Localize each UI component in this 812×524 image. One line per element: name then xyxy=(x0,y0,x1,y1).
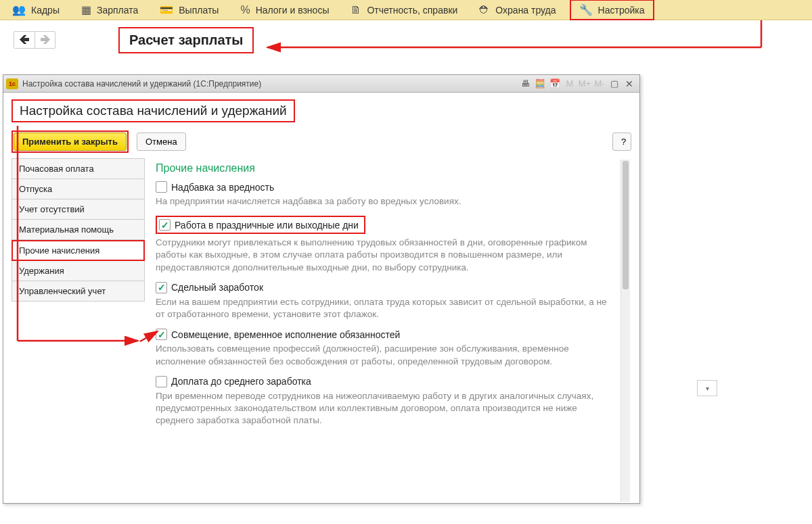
window-title: Настройка состава начислений и удержаний… xyxy=(22,79,261,89)
close-button[interactable]: ✕ xyxy=(622,77,637,91)
helmet-icon: ⛑ xyxy=(479,4,490,16)
option-nadbavka-vrednost: Надбавка за вредность На предприятии нач… xyxy=(156,181,615,208)
option-label: Сдельный заработок xyxy=(171,282,263,293)
side-tool-widget[interactable]: ▾ xyxy=(697,380,717,396)
option-label: Работа в праздничные или выходные дни xyxy=(175,220,359,231)
checkbox-nadbavka[interactable] xyxy=(156,181,167,193)
nav-vyplaty[interactable]: 💳 Выплаты xyxy=(152,1,227,19)
people-icon: 👥 xyxy=(12,3,26,16)
option-label: Надбавка за вредность xyxy=(171,182,274,193)
option-description: Использовать совмещение профессий (должн… xyxy=(156,343,615,367)
apply-close-button[interactable]: Применить и закрыть xyxy=(14,133,127,151)
calendar-icon[interactable]: 📅 xyxy=(547,77,562,91)
nav-nastroika[interactable]: 🔧 Настройка xyxy=(570,0,654,20)
top-navigation: 👥 Кадры ▦ Зарплата 💳 Выплаты % Налоги и … xyxy=(0,0,812,20)
tab-upravlencheskiy[interactable]: Управленческий учет xyxy=(12,281,145,302)
nav-forward-button[interactable]: 🡺 xyxy=(35,32,55,48)
scrollbar-thumb[interactable] xyxy=(623,161,629,289)
nav-label: Настройка xyxy=(598,5,645,16)
settings-window: 1c Настройка состава начислений и удержа… xyxy=(3,74,640,504)
calc-icon[interactable]: 🧮 xyxy=(533,77,547,91)
vertical-scrollbar[interactable] xyxy=(621,160,630,502)
minimize-button[interactable]: ▢ xyxy=(607,77,622,91)
nav-back-button[interactable]: 🡸 xyxy=(14,32,35,48)
tab-uchet-otsutstviy[interactable]: Учет отсутствий xyxy=(12,199,145,220)
nav-label: Налоги и взносы xyxy=(256,5,330,16)
percent-icon: % xyxy=(240,4,250,16)
cancel-button[interactable]: Отмена xyxy=(137,133,186,151)
tab-material-pomosh[interactable]: Материальная помощь xyxy=(12,220,145,240)
calc-salary-heading: Расчет зарплаты xyxy=(118,27,254,53)
apply-button-highlight: Применить и закрыть xyxy=(12,130,129,153)
option-sdelnaya: ✓ Сдельный заработок Если на вашем предп… xyxy=(156,282,615,320)
tab-prochie-nachislenia[interactable]: Прочие начисления xyxy=(12,240,145,261)
grid-icon: ▦ xyxy=(81,3,91,16)
side-tabs: Почасовая оплата Отпуска Учет отсутствий… xyxy=(12,158,145,503)
option-label: Доплата до среднего заработка xyxy=(171,376,311,387)
tab-otpuska[interactable]: Отпуска xyxy=(12,179,145,199)
tab-pochasovaya[interactable]: Почасовая оплата xyxy=(12,159,145,179)
checkbox-doplata[interactable] xyxy=(156,376,167,387)
nav-nalogi[interactable]: % Налоги и взносы xyxy=(232,1,337,19)
nav-arrows-row: 🡸 🡺 Расчет зарплаты xyxy=(0,20,812,54)
memory-m: M xyxy=(562,77,577,91)
nav-label: Выплаты xyxy=(179,5,219,16)
nav-label: Зарплата xyxy=(97,5,138,16)
nav-label: Отчетность, справки xyxy=(367,5,457,16)
highlight-holiday-option: ✓ Работа в праздничные или выходные дни xyxy=(156,216,365,234)
option-doplata-srednego: Доплата до среднего заработка При времен… xyxy=(156,376,615,427)
wrench-icon: 🔧 xyxy=(579,3,593,16)
memory-m-minus: M- xyxy=(592,77,607,91)
button-row: Применить и закрыть Отмена ? xyxy=(12,130,631,153)
option-sovmeshenie: ✓ Совмещение, временное исполнение обяза… xyxy=(156,329,615,367)
nav-kadry[interactable]: 👥 Кадры xyxy=(4,1,68,19)
option-label: Совмещение, временное исполнение обязанн… xyxy=(171,329,400,340)
option-description: Если на вашем предприятии есть сотрудник… xyxy=(156,296,615,320)
document-icon: 🗎 xyxy=(351,4,361,16)
nav-ohrana[interactable]: ⛑ Охрана труда xyxy=(471,1,564,19)
option-description: При временном переводе сотрудников на ни… xyxy=(156,390,615,427)
checkbox-sdelnaya[interactable]: ✓ xyxy=(156,282,167,293)
checkbox-sovmeshenie[interactable]: ✓ xyxy=(156,329,167,340)
titlebar: 1c Настройка состава начислений и удержа… xyxy=(3,75,639,93)
memory-m-plus: M+ xyxy=(577,77,592,91)
app-icon: 1c xyxy=(6,78,18,89)
nav-label: Кадры xyxy=(31,5,60,16)
nav-arrow-group: 🡸 🡺 xyxy=(14,31,55,49)
nav-zarplata[interactable]: ▦ Зарплата xyxy=(73,1,146,19)
main-panel: Прочие начисления Надбавка за вредность … xyxy=(145,158,631,503)
nav-otchetnost[interactable]: 🗎 Отчетность, справки xyxy=(342,1,466,19)
option-description: На предприятии начисляется надбавка за р… xyxy=(156,195,615,208)
card-icon: 💳 xyxy=(160,3,173,16)
option-description: Сотрудники могут привлекаться к выполнен… xyxy=(156,237,615,274)
nav-label: Охрана труда xyxy=(495,5,556,16)
panel-title: Прочие начисления xyxy=(156,162,615,174)
print-icon[interactable]: 🖶 xyxy=(518,77,533,91)
help-button[interactable]: ? xyxy=(612,133,631,151)
form-title: Настройка состава начислений и удержаний xyxy=(12,99,295,122)
checkbox-prazdniki[interactable]: ✓ xyxy=(159,219,171,231)
tab-uderzhania[interactable]: Удержания xyxy=(12,261,145,281)
option-rabota-prazdniki: ✓ Работа в праздничные или выходные дни … xyxy=(156,216,615,274)
